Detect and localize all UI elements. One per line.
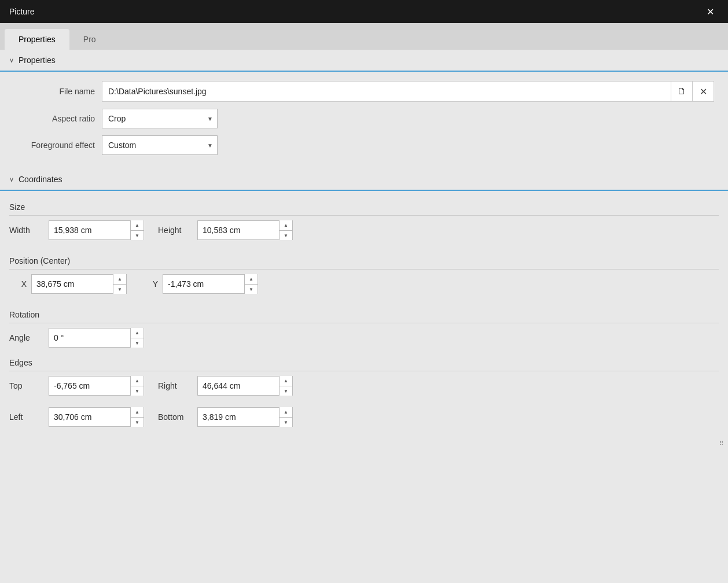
right-label: Right bbox=[158, 381, 193, 390]
y-up-button[interactable]: ▲ bbox=[245, 274, 258, 284]
width-input[interactable] bbox=[49, 221, 130, 239]
top-up-button[interactable]: ▲ bbox=[131, 376, 144, 386]
width-up-button[interactable]: ▲ bbox=[131, 220, 144, 230]
bottom-up-button[interactable]: ▲ bbox=[280, 407, 292, 417]
tab-pro[interactable]: Pro bbox=[69, 29, 110, 50]
size-row: Width ▲ ▼ Height ▲ bbox=[9, 220, 719, 246]
x-spinner: ▲ ▼ bbox=[31, 274, 127, 294]
picture-dialog: Picture ✕ Properties Pro ∨ Properties Fi… bbox=[0, 0, 728, 583]
clear-icon: ✕ bbox=[700, 86, 707, 97]
angle-up-button[interactable]: ▲ bbox=[131, 328, 144, 338]
coordinates-section-header: ∨ Coordinates bbox=[0, 169, 728, 191]
aspect-ratio-select[interactable]: Crop Fit Stretch None bbox=[102, 109, 218, 128]
bottom-down-button[interactable]: ▼ bbox=[280, 417, 292, 427]
browse-icon: 🗋 bbox=[677, 86, 686, 97]
left-field: Left ▲ ▼ bbox=[9, 407, 144, 427]
width-down-button[interactable]: ▼ bbox=[131, 230, 144, 240]
foreground-effect-row: Foreground effect Custom None Blur ▼ bbox=[14, 135, 714, 155]
x-field: X ▲ ▼ bbox=[9, 274, 127, 294]
properties-chevron[interactable]: ∨ bbox=[9, 57, 14, 64]
top-input[interactable] bbox=[49, 377, 130, 395]
left-input[interactable] bbox=[49, 408, 130, 426]
x-down-button[interactable]: ▼ bbox=[113, 284, 126, 294]
width-spinner-buttons: ▲ ▼ bbox=[130, 220, 144, 240]
x-input[interactable] bbox=[32, 275, 113, 293]
position-label: Position (Center) bbox=[9, 252, 719, 270]
clear-file-button[interactable]: ✕ bbox=[692, 81, 714, 102]
right-field: Right ▲ ▼ bbox=[158, 376, 293, 396]
top-spinner: ▲ ▼ bbox=[49, 376, 144, 396]
close-button[interactable]: ✕ bbox=[702, 4, 719, 20]
foreground-effect-select[interactable]: Custom None Blur bbox=[102, 135, 218, 155]
height-spinner: ▲ ▼ bbox=[197, 220, 293, 240]
angle-field: Angle ▲ ▼ bbox=[9, 328, 719, 348]
x-spinner-buttons: ▲ ▼ bbox=[113, 274, 126, 294]
right-input[interactable] bbox=[198, 377, 279, 395]
size-label: Size bbox=[9, 198, 719, 216]
tab-properties[interactable]: Properties bbox=[5, 29, 69, 50]
rotation-label: Rotation bbox=[9, 305, 719, 323]
left-bottom-row: Left ▲ ▼ Bottom bbox=[9, 407, 719, 433]
angle-spinner: ▲ ▼ bbox=[49, 328, 144, 348]
file-name-input[interactable] bbox=[102, 81, 671, 102]
angle-spinner-buttons: ▲ ▼ bbox=[130, 328, 144, 348]
top-spinner-buttons: ▲ ▼ bbox=[130, 376, 144, 396]
right-up-button[interactable]: ▲ bbox=[280, 376, 292, 386]
foreground-effect-label: Foreground effect bbox=[14, 141, 95, 150]
bottom-spinner: ▲ ▼ bbox=[197, 407, 293, 427]
aspect-ratio-select-wrapper: Crop Fit Stretch None ▼ bbox=[102, 109, 218, 128]
properties-section-header: ∨ Properties bbox=[0, 50, 728, 72]
panel-content: ∨ Properties File name 🗋 ✕ A bbox=[0, 50, 728, 583]
y-input[interactable] bbox=[163, 275, 244, 293]
coordinates-section-title: Coordinates bbox=[19, 175, 62, 184]
bottom-spinner-buttons: ▲ ▼ bbox=[279, 407, 292, 427]
left-spinner: ▲ ▼ bbox=[49, 407, 144, 427]
y-down-button[interactable]: ▼ bbox=[245, 284, 258, 294]
x-up-button[interactable]: ▲ bbox=[113, 274, 126, 284]
x-label: X bbox=[9, 279, 27, 289]
file-name-row: File name 🗋 ✕ bbox=[14, 81, 714, 102]
right-spinner-buttons: ▲ ▼ bbox=[279, 376, 292, 396]
bottom-label: Bottom bbox=[158, 412, 193, 422]
height-label: Height bbox=[158, 226, 193, 235]
height-input[interactable] bbox=[198, 221, 279, 239]
right-spinner: ▲ ▼ bbox=[197, 376, 293, 396]
height-field: Height ▲ ▼ bbox=[158, 220, 293, 240]
resize-handle-area: ⠿ bbox=[0, 437, 728, 449]
aspect-ratio-row: Aspect ratio Crop Fit Stretch None ▼ bbox=[14, 109, 714, 128]
resize-dots-icon[interactable]: ⠿ bbox=[719, 440, 723, 447]
left-label: Left bbox=[9, 412, 44, 422]
properties-form: File name 🗋 ✕ Aspect ratio Crop bbox=[0, 74, 728, 169]
left-down-button[interactable]: ▼ bbox=[131, 417, 144, 427]
file-name-field-group: 🗋 ✕ bbox=[102, 81, 714, 102]
edges-grid: Top ▲ ▼ Right bbox=[9, 376, 719, 433]
window-title: Picture bbox=[9, 7, 35, 16]
tabs-bar: Properties Pro bbox=[0, 23, 728, 50]
file-name-label: File name bbox=[14, 87, 95, 96]
left-spinner-buttons: ▲ ▼ bbox=[130, 407, 144, 427]
bottom-input[interactable] bbox=[198, 408, 279, 426]
height-down-button[interactable]: ▼ bbox=[280, 230, 292, 240]
top-down-button[interactable]: ▼ bbox=[131, 386, 144, 396]
title-bar: Picture ✕ bbox=[0, 0, 728, 23]
right-down-button[interactable]: ▼ bbox=[280, 386, 292, 396]
top-label: Top bbox=[9, 381, 44, 390]
width-field: Width ▲ ▼ bbox=[9, 220, 144, 240]
y-spinner: ▲ ▼ bbox=[163, 274, 258, 294]
top-field: Top ▲ ▼ bbox=[9, 376, 144, 396]
coordinates-chevron[interactable]: ∨ bbox=[9, 176, 14, 183]
edges-label: Edges bbox=[9, 353, 719, 371]
angle-label: Angle bbox=[9, 333, 44, 342]
coordinates-area: Size Width ▲ ▼ Height bbox=[0, 193, 728, 437]
y-field: Y ▲ ▼ bbox=[141, 274, 258, 294]
angle-down-button[interactable]: ▼ bbox=[131, 338, 144, 348]
y-label: Y bbox=[141, 279, 158, 289]
aspect-ratio-label: Aspect ratio bbox=[14, 114, 95, 123]
height-up-button[interactable]: ▲ bbox=[280, 220, 292, 230]
top-right-row: Top ▲ ▼ Right bbox=[9, 376, 719, 401]
width-label: Width bbox=[9, 226, 44, 235]
browse-button[interactable]: 🗋 bbox=[671, 81, 693, 102]
angle-input[interactable] bbox=[49, 329, 130, 347]
width-spinner: ▲ ▼ bbox=[49, 220, 144, 240]
left-up-button[interactable]: ▲ bbox=[131, 407, 144, 417]
